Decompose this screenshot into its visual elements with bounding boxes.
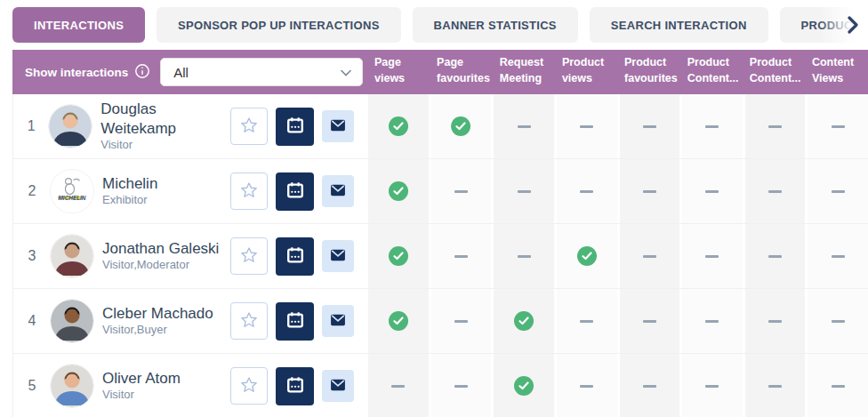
cell-product-views (557, 94, 617, 158)
cell-product-content (745, 224, 806, 288)
tab-interactions[interactable]: INTERACTIONS (12, 7, 145, 43)
favourite-button[interactable] (230, 237, 268, 275)
dash-icon (832, 255, 845, 258)
cell-content-views (808, 354, 868, 417)
avatar (51, 235, 93, 277)
dash-icon (580, 125, 593, 128)
cell-request-meeting (494, 159, 554, 223)
row-number: 2 (13, 183, 51, 199)
cell-product-favourites (620, 354, 680, 417)
person-role: Visitor (102, 388, 181, 403)
info-button[interactable] (134, 63, 152, 81)
dash-icon (768, 385, 782, 388)
cell-page-favourites (431, 354, 492, 417)
dash-icon (643, 125, 656, 128)
column-header-content-views: Content Views (806, 50, 868, 94)
avatar (51, 300, 93, 342)
dash-icon (832, 385, 845, 388)
send-message-button[interactable] (322, 110, 354, 142)
column-header-product-views: Product views (556, 50, 618, 94)
interactions-filter-dropdown[interactable]: All (160, 58, 363, 86)
cell-product-content (682, 94, 743, 158)
tab-bar: INTERACTIONSSPONSOR POP UP INTERACTIONSB… (0, 0, 868, 50)
cell-product-favourites (620, 94, 680, 158)
dash-icon (643, 385, 656, 388)
cell-product-favourites (620, 224, 680, 288)
dash-icon (518, 255, 531, 258)
tab-scroll-right-button[interactable] (841, 14, 864, 37)
favourite-button[interactable] (230, 302, 268, 340)
row-profile-section: 2 MICHELINMichelinExhibitor (13, 159, 368, 223)
favourite-button[interactable] (230, 172, 268, 210)
table-row: 2 MICHELINMichelinExhibitor (13, 159, 868, 224)
send-message-button[interactable] (322, 240, 354, 272)
check-circle-icon (389, 116, 408, 136)
mail-icon (329, 246, 347, 267)
send-message-button[interactable] (322, 175, 354, 207)
cell-content-views (808, 94, 868, 158)
star-icon (239, 375, 259, 397)
cell-product-content (745, 159, 806, 223)
mail-icon (329, 181, 347, 202)
cell-request-meeting (494, 224, 554, 288)
avatar: MICHELIN (51, 170, 93, 213)
row-interaction-cells (368, 94, 868, 158)
dash-icon (454, 190, 468, 193)
cell-content-views (808, 159, 868, 223)
row-interaction-cells (368, 289, 868, 353)
dash-icon (454, 385, 468, 388)
schedule-meeting-button[interactable] (276, 302, 314, 341)
mail-icon (329, 376, 347, 397)
cell-page-views (368, 94, 429, 158)
cell-product-favourites (620, 159, 680, 223)
star-icon (239, 245, 259, 268)
dash-icon (643, 255, 656, 258)
cell-request-meeting (494, 289, 554, 353)
cell-product-content (682, 289, 743, 353)
row-actions (230, 237, 354, 276)
star-icon (239, 180, 259, 203)
row-actions (230, 302, 354, 341)
favourite-button[interactable] (230, 367, 268, 405)
chevron-right-icon (847, 23, 859, 36)
column-header-page-views: Page views (368, 50, 430, 94)
person-role: Exhibitor (102, 193, 157, 208)
interactions-table: 1 Douglas WeitekampVisitor 2 MICHELINMic… (12, 94, 868, 417)
table-row: 4 Cleber MachadoVisitor,Buyer (13, 289, 868, 354)
row-number: 3 (13, 248, 51, 264)
schedule-meeting-button[interactable] (276, 172, 314, 211)
person-info: Douglas WeitekampVisitor (100, 100, 230, 152)
send-message-button[interactable] (322, 370, 354, 402)
check-circle-icon (389, 311, 408, 331)
svg-text:MICHELIN: MICHELIN (59, 195, 86, 201)
schedule-meeting-button[interactable] (276, 367, 314, 405)
row-actions (230, 367, 354, 405)
row-actions (230, 108, 354, 146)
send-message-button[interactable] (322, 305, 354, 337)
row-number: 4 (13, 313, 51, 329)
schedule-meeting-button[interactable] (276, 237, 314, 276)
cell-product-views (557, 289, 617, 353)
dash-icon (454, 320, 468, 323)
schedule-meeting-button[interactable] (276, 108, 314, 146)
cell-page-views (368, 224, 429, 288)
row-interaction-cells (368, 159, 868, 223)
dash-icon (580, 385, 593, 388)
dash-icon (705, 125, 719, 128)
column-header-request-meeting: Request Meeting (494, 50, 556, 94)
cell-request-meeting (494, 94, 554, 158)
star-icon (239, 116, 259, 138)
row-actions (230, 172, 354, 211)
cell-product-content (745, 354, 806, 417)
cell-product-content (745, 94, 806, 158)
tab-search-interaction[interactable]: SEARCH INTERACTION (590, 7, 768, 43)
person-info: Cleber MachadoVisitor,Buyer (102, 304, 213, 338)
dash-icon (391, 385, 405, 388)
cell-page-favourites (431, 224, 492, 288)
favourite-button[interactable] (230, 108, 268, 145)
row-profile-section: 5 Oliver AtomVisitor (13, 354, 368, 417)
table-row: 1 Douglas WeitekampVisitor (13, 94, 868, 159)
tab-banner-statistics[interactable]: BANNER STATISTICS (413, 7, 578, 43)
tab-sponsor-pop-up-interactions[interactable]: SPONSOR POP UP INTERACTIONS (157, 7, 401, 43)
check-circle-icon (514, 311, 534, 331)
